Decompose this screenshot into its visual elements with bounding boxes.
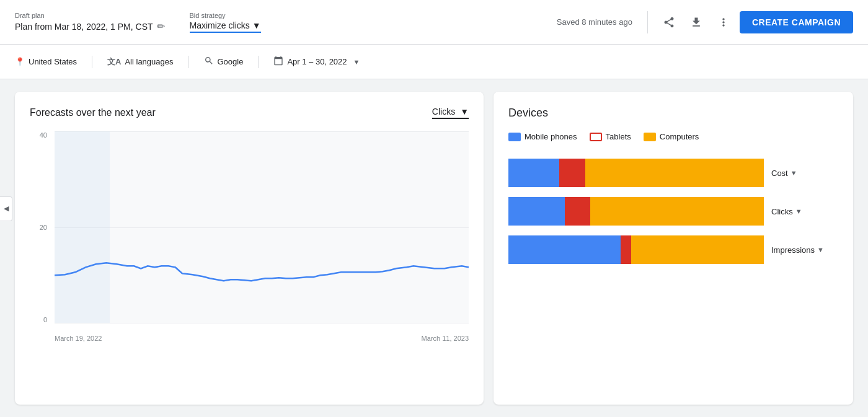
plan-title-row: Plan from Mar 18, 2022, 1 PM, CST ✏ [15,20,165,32]
y-axis-labels: 40 20 0 [30,131,47,342]
y-label-20: 20 [30,224,47,231]
cost-computer-bar [585,159,764,187]
main-content: Forecasts over the next year Clicks ▼ 40… [0,79,868,417]
metric-chevron-icon: ▼ [460,107,469,116]
x-axis-labels: March 19, 2022 March 11, 2023 [55,335,469,342]
chart-background [55,131,469,323]
clicks-bar-container [508,197,764,226]
forecast-line [55,263,469,281]
legend-tablet: Tablets [590,132,631,141]
download-button[interactable] [685,11,707,33]
network-text: Google [218,57,244,66]
metric-selector[interactable]: Clicks ▼ [432,107,469,119]
impressions-mobile-bar [508,235,621,264]
cost-bar-container [508,159,764,187]
filter-divider-3 [258,56,259,68]
impressions-bar-row: Impressions ▼ [508,235,838,264]
header: Draft plan Plan from Mar 18, 2022, 1 PM,… [0,0,868,45]
share-icon [663,16,675,29]
devices-title: Devices [508,107,838,120]
y-label-0: 0 [30,316,47,323]
x-label-end: March 11, 2023 [422,335,469,342]
cost-label[interactable]: Cost ▼ [764,169,838,178]
clicks-chevron-icon: ▼ [795,208,802,215]
metric-label: Clicks [432,107,455,116]
cost-tablet-bar [559,159,585,187]
computer-swatch [644,133,656,141]
filter-divider-2 [188,56,189,68]
computer-label: Computers [660,132,699,141]
grid-line-bottom [55,323,469,323]
location-text: United States [29,57,77,66]
chart-title: Forecasts over the next year [30,107,156,118]
legend-mobile: Mobile phones [508,132,577,141]
mobile-swatch [508,133,521,141]
cost-bar-row: Cost ▼ [508,159,838,187]
date-filter[interactable]: Apr 1 – 30, 2022 ▼ [273,56,360,68]
bid-chevron-icon: ▼ [252,20,261,30]
mobile-label: Mobile phones [525,132,577,141]
language-text: All languages [125,57,173,66]
plan-title-text: Plan from Mar 18, 2022, 1 PM, CST [15,22,153,32]
date-chevron-icon: ▼ [353,58,360,66]
impressions-chevron-icon: ▼ [817,246,824,253]
bid-strategy-section: Bid strategy Maximize clicks ▼ [190,12,261,33]
download-icon [690,16,702,29]
clicks-tablet-bar [565,197,590,226]
header-actions: CREATE CAMPAIGN [647,11,853,33]
impressions-label[interactable]: Impressions ▼ [764,245,838,255]
cost-mobile-bar [508,159,559,187]
tablet-label: Tablets [606,132,631,141]
location-icon: 📍 [15,57,25,66]
line-chart-svg [55,131,469,323]
sidebar-toggle[interactable]: ◀ [0,196,12,221]
more-vert-icon [717,16,730,29]
tablet-swatch [590,133,602,141]
clicks-mobile-bar [508,197,565,226]
network-filter[interactable]: Google [204,56,244,68]
chart-header: Forecasts over the next year Clicks ▼ [30,107,469,119]
clicks-computer-bar [590,197,764,226]
filter-divider-1 [92,56,92,68]
calendar-icon [273,56,283,68]
more-button[interactable] [712,11,735,33]
language-icon: 文A [107,56,121,68]
draft-label: Draft plan [15,12,165,19]
chart-inner [55,131,469,323]
bid-strategy-selector[interactable]: Maximize clicks ▼ [190,20,261,33]
highlight-region [55,131,110,323]
network-icon [204,56,214,68]
clicks-label[interactable]: Clicks ▼ [764,207,838,216]
impressions-tablet-bar [621,235,631,264]
header-left: Draft plan Plan from Mar 18, 2022, 1 PM,… [15,12,165,32]
devices-legend: Mobile phones Tablets Computers [508,132,838,141]
edit-icon[interactable]: ✏ [157,20,165,32]
chart-area: 40 20 0 [30,131,469,342]
filter-bar: 📍 United States 文A All languages Google … [0,45,868,79]
x-label-start: March 19, 2022 [55,335,102,342]
forecast-card: Forecasts over the next year Clicks ▼ 40… [15,92,484,405]
legend-computer: Computers [644,132,699,141]
share-button[interactable] [658,11,680,33]
saved-status: Saved 8 minutes ago [557,17,632,27]
create-campaign-button[interactable]: CREATE CAMPAIGN [740,11,853,33]
bid-label: Bid strategy [190,12,261,19]
language-filter[interactable]: 文A All languages [107,56,173,68]
date-range-text: Apr 1 – 30, 2022 [287,57,347,66]
bid-strategy-text: Maximize clicks [190,20,250,30]
devices-card: Devices Mobile phones Tablets Computers [494,92,853,405]
cost-chevron-icon: ▼ [790,169,797,177]
y-label-40: 40 [30,131,47,139]
sidebar-toggle-icon: ◀ [4,204,9,213]
impressions-bar-container [508,235,764,264]
location-filter[interactable]: 📍 United States [15,57,77,66]
impressions-computer-bar [631,235,764,264]
clicks-bar-row: Clicks ▼ [508,197,838,226]
